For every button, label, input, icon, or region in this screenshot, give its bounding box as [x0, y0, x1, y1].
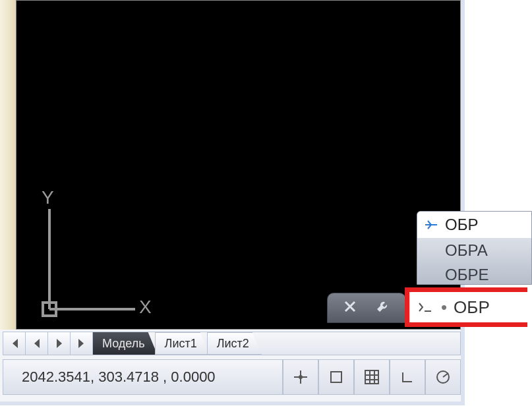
- command-prompt-icon: [416, 300, 434, 314]
- tab-nav-prev[interactable]: [26, 332, 48, 355]
- status-toggle-ortho-icon[interactable]: [389, 360, 425, 394]
- trim-icon: [423, 219, 440, 231]
- tab-sheet1[interactable]: Лист1: [155, 332, 210, 355]
- svg-rect-4: [331, 372, 341, 382]
- tab-label: Лист1: [165, 337, 197, 351]
- close-icon[interactable]: [343, 300, 357, 316]
- suggestion-label: ОБРА: [445, 241, 488, 260]
- tab-nav-last[interactable]: [71, 332, 93, 355]
- app-frame: Y X Модель Лист1 Лист2 2042.3541, 303.47…: [0, 0, 465, 405]
- svg-point-3: [299, 375, 303, 379]
- cursor-coordinates: 2042.3541, 303.4718 , 0.0000: [3, 368, 282, 386]
- command-input-text: ОБР: [454, 297, 490, 318]
- layout-tabbar: Модель Лист1 Лист2: [3, 332, 461, 355]
- ucs-icon: Y X: [36, 191, 155, 322]
- suggestion-item[interactable]: ОБРЕ: [417, 262, 531, 285]
- status-toggle-polar-icon[interactable]: [425, 360, 460, 394]
- suggestion-label: ОБРЕ: [445, 266, 488, 284]
- tab-nav-first[interactable]: [3, 332, 26, 355]
- svg-rect-2: [43, 303, 56, 316]
- status-toggle-cursor-icon[interactable]: [282, 360, 318, 394]
- suggestion-item[interactable]: ОБРА: [417, 238, 531, 262]
- command-line-handle[interactable]: [327, 293, 406, 323]
- suggestion-item[interactable]: ОБР: [417, 212, 531, 238]
- tab-label: Модель: [102, 337, 145, 351]
- ucs-x-label: X: [139, 297, 152, 317]
- wrench-icon[interactable]: [375, 299, 390, 316]
- command-suggestions-popup: ОБР ОБРА ОБРЕ: [417, 211, 532, 285]
- suggestion-label: ОБР: [445, 216, 478, 234]
- tab-model[interactable]: Модель: [93, 332, 158, 355]
- status-toggle-snap-icon[interactable]: [318, 360, 353, 394]
- tab-label: Лист2: [217, 337, 249, 351]
- ucs-y-label: Y: [42, 191, 54, 208]
- status-bar: 2042.3541, 303.4718 , 0.0000: [3, 359, 461, 395]
- tab-sheet2[interactable]: Лист2: [207, 332, 262, 355]
- status-toggle-grid-icon[interactable]: [353, 360, 389, 394]
- left-palette-edge: [0, 0, 16, 330]
- tab-nav-next[interactable]: [48, 332, 71, 355]
- model-viewport[interactable]: Y X: [16, 0, 461, 330]
- command-input-box[interactable]: • ОБР: [405, 287, 527, 327]
